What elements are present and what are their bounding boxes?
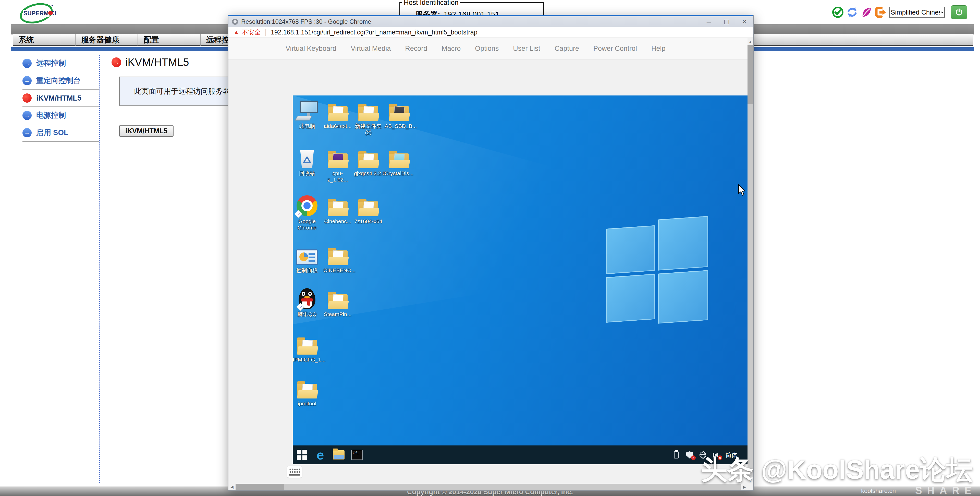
nav-tab-server-health[interactable]: 服务器健康 [76,34,138,46]
desktop-icon-this-pc[interactable]: 此电脑 [293,99,321,129]
qq-penguin-icon: → [299,288,315,309]
maximize-button[interactable]: □ [718,16,735,27]
security-warning[interactable]: 不安全 [242,28,261,37]
desktop-icon-control-panel[interactable]: 控制面板 [293,243,321,273]
menu-record[interactable]: Record [405,45,427,53]
cmd-taskbar-icon[interactable]: C:\_ [348,445,366,464]
file-explorer-taskbar-icon[interactable] [329,445,348,464]
defender-tray-icon[interactable]: × [686,451,694,459]
desktop-icon-ipmicfg[interactable]: IPMICFG_1... [293,332,321,363]
page-title-text: iKVM/HTML5 [125,56,189,69]
sidebar: → 远程控制 → 重定向控制台 → iKVM/HTML5 → 电源控制 → 启用… [18,55,100,484]
arrow-circle-icon: → [22,76,32,85]
desktop-icon-recycle-bin[interactable]: 回收站 [293,146,321,176]
address-url[interactable]: 192.168.1.151/cgi/url_redirect.cgi?url_n… [271,29,477,36]
folder-icon [358,152,378,168]
folder-icon-ssd [389,105,409,121]
vertical-scroll-track[interactable] [748,45,753,477]
arrow-circle-icon: → [22,59,32,68]
desktop-icon-cinebench[interactable]: Cinebenc... [323,194,352,224]
menu-help[interactable]: Help [651,45,666,53]
window-title: Resolution:1024x768 FPS :30 - Google Chr… [241,18,371,25]
edge-taskbar-icon[interactable]: e [311,445,329,464]
window-title-bar[interactable]: Resolution:1024x768 FPS :30 - Google Chr… [228,16,753,27]
menu-capture[interactable]: Capture [555,45,579,53]
sidebar-item-console-redirection[interactable]: → 重定向控制台 [22,72,99,89]
usb-device-tray-icon[interactable] [673,451,680,459]
page-title-arrow-icon: → [111,57,121,67]
sidebar-item-ikvm-html5[interactable]: → iKVM/HTML5 [22,89,99,107]
page-title: → iKVM/HTML5 [111,56,189,69]
power-button[interactable] [951,5,967,19]
mouse-cursor [738,184,747,198]
kvm-viewport[interactable]: 此电脑 aida64ext... 新建文件夹 (2) AS_SSD_B... 回… [293,96,748,464]
menu-power-control[interactable]: Power Control [593,45,637,53]
folder-icon [328,293,348,309]
command-prompt-icon: C:\_ [351,450,363,460]
supermicro-logo: SUPERMICR [18,2,56,24]
supermicro-logo-dot [48,11,53,15]
horizontal-scrollbar[interactable]: ◀ ▶ [228,484,748,490]
folder-icon [297,338,317,354]
desktop-icon-gjxqcs[interactable]: gjxqcs4.3.2.0 [354,146,383,176]
menu-user-list[interactable]: User List [513,45,540,53]
vertical-scrollbar[interactable]: ▲ ▼ [748,38,753,484]
menu-options[interactable]: Options [475,45,499,53]
scroll-up-icon[interactable]: ▲ [748,38,753,45]
horizontal-scroll-thumb[interactable] [235,484,284,490]
minimize-button[interactable]: – [700,16,718,27]
folder-icon [297,382,317,399]
control-panel-icon [296,249,318,265]
host-identification-legend: Host Identification [402,0,460,6]
sidebar-item-enable-sol[interactable]: → 启用 SOL [22,124,99,142]
language-select[interactable]: Simplified Chinese [889,6,945,18]
ikvm-launch-button[interactable]: iKVM/HTML5 [119,125,173,137]
sidebar-item-power-control[interactable]: → 电源控制 [22,107,99,124]
refresh-icon[interactable] [846,6,858,18]
keyboard-icon [289,468,300,474]
ikvm-menu-bar: Virtual Keyboard Virtual Media Record Ma… [228,38,753,59]
folder-icon-cpuz [328,152,348,168]
nav-tab-configuration[interactable]: 配置 [138,34,200,46]
logout-icon[interactable] [875,6,886,18]
menu-virtual-keyboard[interactable]: Virtual Keyboard [286,45,336,53]
vertical-scroll-thumb[interactable] [748,45,753,104]
menu-virtual-media[interactable]: Virtual Media [351,45,391,53]
shortcut-arrow-icon: → [294,210,302,218]
nav-tab-system[interactable]: 系统 [13,34,76,46]
desktop-icon-steampin[interactable]: SteamPin... [323,287,352,317]
desktop-icon-7zip[interactable]: 7z1604-x64 [354,194,383,224]
sidebar-item-remote-control[interactable]: → 远程控制 [22,55,99,72]
health-ok-icon[interactable] [832,6,844,18]
folder-icon-crystal [389,152,409,168]
folder-icon [358,200,378,216]
windows-start-icon [297,450,307,460]
menu-macro[interactable]: Macro [442,45,461,53]
scroll-left-icon[interactable]: ◀ [228,484,235,490]
windows-taskbar: e C:\_ × × 简体 [293,445,748,464]
alert-badge-icon: × [691,455,696,460]
arrow-circle-icon: → [22,128,32,137]
desktop-icon-crystaldisk[interactable]: CrystalDis... [385,146,413,176]
desktop-icon-cinebench-r20[interactable]: CINEBENC... [323,243,352,273]
soft-keyboard-button[interactable] [287,466,302,478]
chrome-popup-window: Resolution:1024x768 FPS :30 - Google Chr… [228,15,754,491]
desktop-icon-aida64[interactable]: aida64ext... [323,99,352,129]
arrow-circle-icon-active: → [22,93,32,103]
start-button[interactable] [293,445,311,464]
close-button[interactable]: × [735,16,753,27]
desktop-icon-google-chrome[interactable]: → Google Chrome [293,194,321,231]
feather-icon[interactable] [861,6,872,18]
address-bar[interactable]: ▲ 不安全 | 192.168.1.151/cgi/url_redirect.c… [228,27,753,38]
koolshare-site-watermark: koolshare.cn [861,487,896,494]
recycle-bin-icon [299,150,315,168]
desktop-icon-as-ssd[interactable]: AS_SSD_B... [385,99,413,129]
folder-icon [328,200,348,216]
desktop-icon-ipmitool[interactable]: ipmitool [293,376,321,407]
desktop-icon-cpu-z[interactable]: cpu-z_1.92... [323,146,352,183]
windows-logo [606,216,708,327]
address-divider: | [265,28,267,36]
desktop-icon-new-folder-2[interactable]: 新建文件夹 (2) [354,99,383,136]
desktop-icon-tencent-qq[interactable]: → 腾讯QQ [293,287,321,317]
chrome-logo-icon: → [297,195,318,216]
